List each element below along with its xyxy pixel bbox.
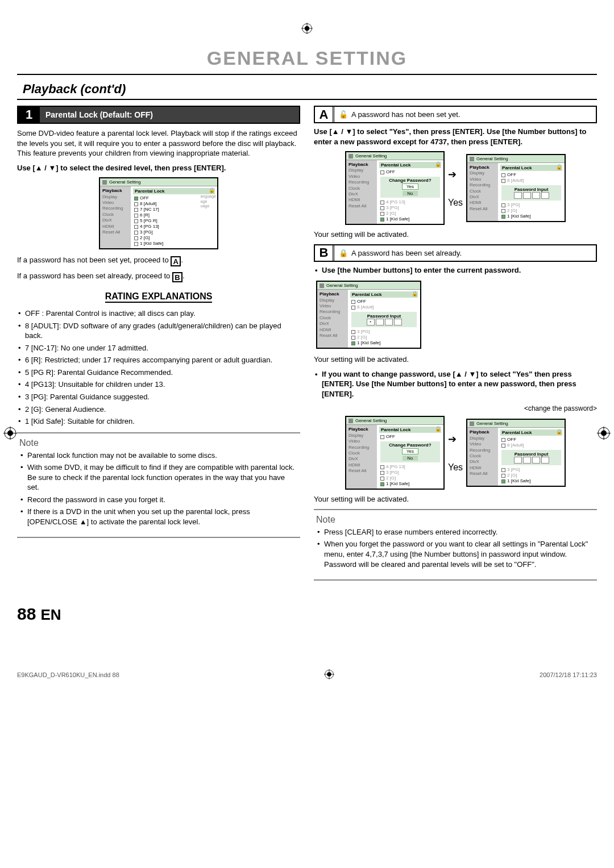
unlock-icon: 🔓 — [339, 110, 348, 119]
section-title: Playback (cont'd) — [17, 82, 597, 97]
box-b-result-1: Your setting will be activated. — [314, 354, 597, 365]
ref-box-a: A — [171, 256, 181, 266]
note-block-left: Note Parental lock function may not be a… — [17, 432, 300, 539]
proceed-b-text: If a password has been set already, proc… — [17, 271, 300, 282]
lock-icon: 🔒 — [412, 291, 418, 297]
instruction-select-level: Use [▲ / ▼] to select the desired level,… — [17, 163, 300, 173]
title-rule — [17, 74, 597, 75]
osd-password-input: General Setting PlaybackDisplayVideoReco… — [466, 154, 566, 222]
box-a-result: Your setting will be activated. — [314, 229, 597, 240]
osd-password-input-current: General Setting PlaybackDisplayVideoReco… — [316, 281, 421, 349]
change-password-caption: <change the password> — [314, 404, 597, 412]
box-a-header: A 🔓 A password has not been set yet. — [314, 106, 597, 123]
page-title: GENERAL SETTING — [17, 47, 597, 69]
osd-parental-lock-menu: General Setting Playback Display Video R… — [99, 177, 218, 249]
box-b-instruction-2: If you want to change password, use [▲ /… — [314, 369, 597, 399]
yes-label: Yes — [448, 198, 463, 208]
rating-explanations-heading: RATING EXPLANATIONS — [105, 291, 213, 303]
lock-icon: 🔒 — [435, 426, 441, 432]
box-b-text: A password has been set already. — [351, 249, 462, 257]
osd-change-password-dialog: General Setting PlaybackDisplayVideoReco… — [345, 151, 445, 225]
step-title: Parental Lock (Default: OFF) — [40, 107, 299, 123]
page-number: 88 EN — [17, 604, 597, 624]
yes-label: Yes — [448, 462, 463, 473]
note-heading: Note — [19, 438, 298, 448]
ref-box-b: B — [172, 272, 182, 282]
box-b-result-2: Your setting will be activated. — [314, 494, 597, 504]
box-b-letter: B — [315, 245, 334, 261]
box-b-header: B 🔒 A password has been set already. — [314, 244, 597, 262]
rating-explanations-list: OFF : Parental Control is inactive; all … — [17, 308, 300, 426]
lock-icon: 🔒 — [435, 161, 441, 167]
note-block-right: Note Press [CLEAR] to erase numbers ente… — [314, 509, 597, 581]
arrow-right-icon: ➔ — [448, 168, 463, 181]
osd-change-password-dialog-2: General Setting PlaybackDisplayVideoReco… — [345, 416, 445, 490]
lock-icon: 🔒 — [556, 429, 562, 435]
box-a-instruction: Use [▲ / ▼] to select "Yes", then press … — [314, 127, 597, 147]
osd-password-input-new: General Setting PlaybackDisplayVideoReco… — [466, 419, 566, 487]
note-heading: Note — [316, 515, 595, 525]
lock-icon: 🔒 — [556, 164, 562, 170]
registration-mark-bottom — [324, 669, 334, 681]
footer-file: E9KGAUD_D-VR610KU_EN.indd 88 — [17, 671, 119, 678]
lock-icon: 🔒 — [339, 249, 348, 257]
footer-date: 2007/12/18 17:11:23 — [540, 671, 597, 678]
step-number: 1 — [18, 107, 40, 123]
lock-icon: 🔒 — [209, 187, 215, 193]
box-b-instruction-1: Use [the Number buttons] to enter the cu… — [314, 265, 597, 276]
section-rule — [17, 99, 597, 100]
print-footer: E9KGAUD_D-VR610KU_EN.indd 88 2007/12/18 … — [17, 669, 597, 681]
registration-mark-top — [17, 23, 597, 36]
intro-text: Some DVD-video feature a parental lock l… — [17, 128, 300, 158]
box-a-letter: A — [315, 107, 334, 122]
registration-mark-left — [3, 427, 17, 442]
registration-mark-right — [597, 427, 611, 442]
right-column: A 🔓 A password has not been set yet. Use… — [314, 106, 597, 587]
box-a-text: A password has not been set yet. — [351, 110, 460, 119]
left-column: 1 Parental Lock (Default: OFF) Some DVD-… — [17, 106, 300, 587]
proceed-a-text: If a password has not been set yet, proc… — [17, 255, 300, 266]
arrow-right-icon: ➔ — [448, 433, 463, 445]
step-1-header: 1 Parental Lock (Default: OFF) — [17, 106, 300, 124]
